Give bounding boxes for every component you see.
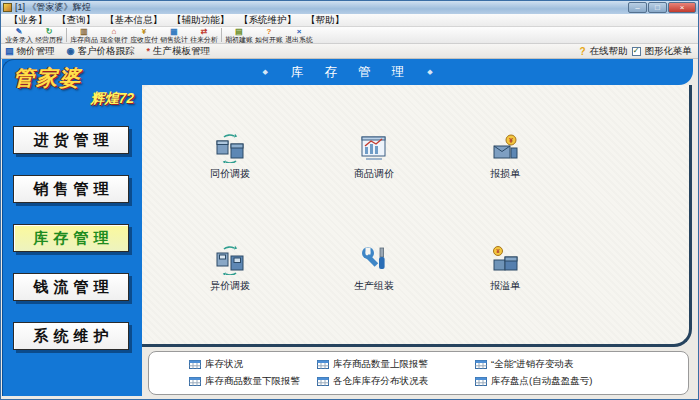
main-toolbar: ✎ 业务录入 ↻ 经营历程 ▥ 库存商品 ⌂ 现金银行 ¥ 应收应付 ▦ 销售统… xyxy=(1,27,698,44)
production-template-icon: * xyxy=(146,46,150,56)
module-diff-price-transfer[interactable]: 异价调拨 xyxy=(210,245,250,293)
link-lower-limit-alarm[interactable]: 库存商品数量下限报警 xyxy=(189,375,317,388)
sidebar-item-cashflow[interactable]: 钱流管理 xyxy=(13,273,129,301)
customer-price-track-icon: ◉ xyxy=(67,46,75,56)
goods-price-adjust-icon xyxy=(359,133,389,163)
table-icon xyxy=(317,360,329,369)
menu-business[interactable]: 【业务】 xyxy=(6,14,50,27)
brand-edition: 辉煌72 xyxy=(13,91,134,105)
svg-text:¥: ¥ xyxy=(509,137,513,144)
table-icon xyxy=(475,377,487,386)
window-controls: – □ × xyxy=(628,2,696,13)
toolbar2-right-group: ? 在线帮助 ✓ 图形化菜单 xyxy=(579,45,692,58)
check-icon: ✓ xyxy=(633,47,640,55)
sidebar-item-purchase[interactable]: 进货管理 xyxy=(13,126,129,154)
toolbar-payables[interactable]: ¥ 应收应付 xyxy=(129,28,159,44)
module-same-price-transfer[interactable]: 同价调拨 xyxy=(210,133,250,181)
production-assembly-icon xyxy=(359,245,389,275)
minimize-button[interactable]: – xyxy=(628,2,647,13)
menu-help[interactable]: 【帮助】 xyxy=(303,14,347,27)
diamond-icon: ◆ xyxy=(262,68,267,76)
graphical-menu-label[interactable]: 图形化菜单 xyxy=(645,45,693,58)
customer-price-track-button[interactable]: ◉ 客户价格跟踪 xyxy=(67,45,135,58)
sidebar-item-inventory[interactable]: 库存管理 xyxy=(13,224,129,252)
module-loss-report[interactable]: ¥ 报损单 xyxy=(490,133,520,181)
toolbar-how-to-open[interactable]: ? 如何开账 xyxy=(254,28,284,44)
sidebar-item-sales[interactable]: 销售管理 xyxy=(13,175,129,203)
link-upper-limit-alarm[interactable]: 库存商品数量上限报警 xyxy=(317,358,475,371)
price-manage-button[interactable]: ▤ 物价管理 xyxy=(5,45,55,58)
app-window: [1] 《管家婆》辉煌 – □ × 【业务】 【查询】 【基本信息】 【辅助功能… xyxy=(0,0,699,400)
graphical-menu-checkbox[interactable]: ✓ xyxy=(632,47,641,56)
online-help-link[interactable]: 在线帮助 xyxy=(590,45,628,58)
table-icon xyxy=(189,377,201,386)
link-stock-status[interactable]: 库存状况 xyxy=(189,358,317,371)
toolbar-init-account[interactable]: ▤ 期初建账 xyxy=(224,28,254,44)
close-button[interactable]: × xyxy=(668,2,696,13)
content-panel: 同价调拨 商品调价 ¥ xyxy=(142,85,692,347)
toolbar-sales-stats[interactable]: ▦ 销售统计 xyxy=(159,28,189,44)
production-template-button[interactable]: * 生产模板管理 xyxy=(146,45,210,58)
toolbar-cash-bank[interactable]: ⌂ 现金银行 xyxy=(99,28,129,44)
menu-aux-functions[interactable]: 【辅助功能】 xyxy=(169,14,232,27)
menu-system-maintenance[interactable]: 【系统维护】 xyxy=(236,14,299,27)
main-area: ◆ 库 存 管 理 ◆ 管家婆 辉煌72 进货管理 销售管理 库存管理 钱流管理… xyxy=(2,59,697,398)
window-title: [1] 《管家婆》辉煌 xyxy=(15,1,91,14)
sidebar: 管家婆 辉煌72 进货管理 销售管理 库存管理 钱流管理 系统维护 xyxy=(2,59,142,396)
overflow-report-icon: ¥ xyxy=(490,245,520,275)
diff-price-transfer-icon xyxy=(215,245,245,275)
title-bar: [1] 《管家婆》辉煌 – □ × xyxy=(1,1,698,14)
menu-bar: 【业务】 【查询】 【基本信息】 【辅助功能】 【系统维护】 【帮助】 xyxy=(1,14,698,27)
menu-basic-info[interactable]: 【基本信息】 xyxy=(102,14,165,27)
toolbar-transactions-analysis[interactable]: ⇄ 往来分析 xyxy=(189,28,219,44)
section-title: 库 存 管 理 xyxy=(282,64,413,81)
sidebar-item-system[interactable]: 系统维护 xyxy=(13,322,129,350)
same-price-transfer-icon xyxy=(215,133,245,163)
toolbar-exit-system[interactable]: × 退出系统 xyxy=(284,28,314,44)
toolbar-business-history[interactable]: ↻ 经营历程 xyxy=(34,28,64,44)
link-warehouse-distribution[interactable]: 各仓库库存分布状况表 xyxy=(317,375,475,388)
module-overflow-report[interactable]: ¥ 报溢单 xyxy=(490,245,520,293)
footer-links-box: 库存状况 库存商品数量上限报警 “全能”进销存变动表 库存商品数量下限报警 各仓… xyxy=(148,351,689,395)
link-allround-change-table[interactable]: “全能”进销存变动表 xyxy=(475,358,682,371)
toolbar-separator xyxy=(221,28,222,42)
table-icon xyxy=(317,377,329,386)
secondary-toolbar: ▤ 物价管理 ◉ 客户价格跟踪 * 生产模板管理 ? 在线帮助 ✓ 图形化菜单 xyxy=(1,44,698,59)
table-icon xyxy=(189,360,201,369)
brand-name: 管家婆 xyxy=(13,67,134,88)
table-icon xyxy=(475,360,487,369)
help-question-icon: ? xyxy=(579,46,585,57)
loss-report-icon: ¥ xyxy=(490,133,520,163)
link-stocktaking[interactable]: 库存盘点(自动盘盈盘亏) xyxy=(475,375,682,388)
toolbar-separator xyxy=(66,28,67,42)
menu-query[interactable]: 【查询】 xyxy=(54,14,98,27)
module-goods-price-adjust[interactable]: 商品调价 xyxy=(354,133,394,181)
toolbar-stock-goods[interactable]: ▥ 库存商品 xyxy=(69,28,99,44)
price-manage-icon: ▤ xyxy=(5,46,14,56)
app-icon xyxy=(3,3,12,12)
maximize-button[interactable]: □ xyxy=(648,2,667,13)
diamond-icon: ◆ xyxy=(427,68,432,76)
brand-logo: 管家婆 辉煌72 xyxy=(13,67,134,105)
module-production-assembly[interactable]: 生产组装 xyxy=(354,245,394,293)
toolbar-business-entry[interactable]: ✎ 业务录入 xyxy=(4,28,34,44)
